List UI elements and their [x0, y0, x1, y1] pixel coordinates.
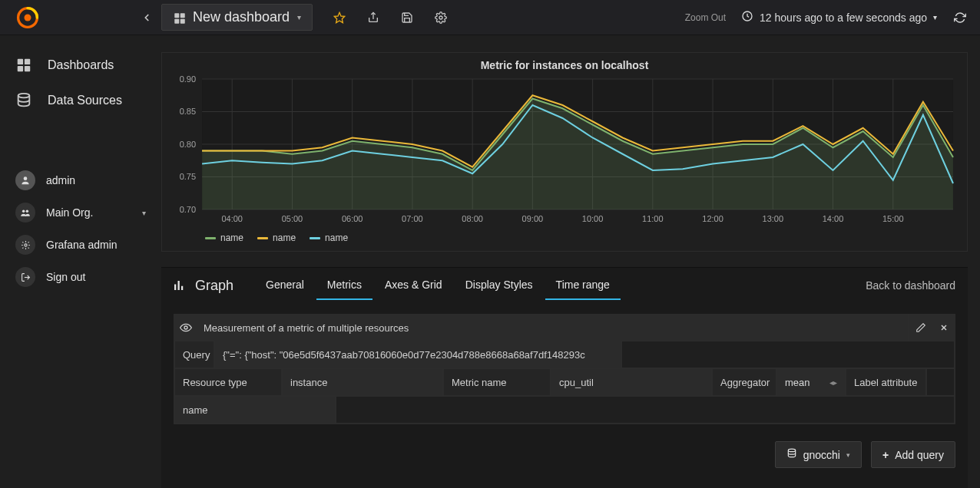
- sidebar-item-admin[interactable]: Grafana admin: [0, 229, 161, 261]
- svg-point-14: [18, 94, 30, 98]
- refresh-button[interactable]: [952, 10, 968, 25]
- resource-type-input[interactable]: [282, 368, 443, 396]
- grafana-logo[interactable]: [12, 2, 43, 33]
- chevron-down-icon: ▾: [142, 209, 146, 217]
- svg-point-15: [24, 176, 28, 180]
- settings-icon[interactable]: [434, 11, 448, 25]
- metric-name-label: Metric name: [443, 368, 551, 396]
- svg-text:0.75: 0.75: [180, 173, 196, 182]
- editor-tab-general[interactable]: General: [255, 271, 315, 300]
- query-field-label: Query: [174, 341, 214, 368]
- label-attribute-input[interactable]: [174, 396, 336, 424]
- svg-point-61: [788, 449, 795, 452]
- sidebar-item-label: admin: [46, 174, 75, 186]
- legend-item[interactable]: name: [257, 232, 296, 243]
- svg-text:13:00: 13:00: [763, 214, 784, 223]
- sidebar-item-user[interactable]: admin: [0, 164, 161, 196]
- editor-tab-metrics[interactable]: Metrics: [316, 271, 372, 300]
- dashboard-picker[interactable]: New dashboard ▾: [161, 4, 313, 31]
- save-icon[interactable]: [400, 11, 414, 25]
- chart[interactable]: 0.700.750.800.850.9004:0005:0006:0007:00…: [162, 74, 967, 228]
- panel-type-title: Graph: [195, 278, 233, 294]
- back-to-dashboard-link[interactable]: Back to dashboard: [866, 279, 955, 292]
- sidebar-item-signout[interactable]: Sign out: [0, 261, 161, 293]
- svg-rect-56: [178, 281, 180, 290]
- svg-text:11:00: 11:00: [642, 214, 664, 223]
- remove-query-button[interactable]: [932, 315, 955, 341]
- svg-text:15:00: 15:00: [882, 214, 904, 223]
- svg-text:04:00: 04:00: [221, 214, 243, 223]
- dashboard-icon: [15, 57, 32, 74]
- sidebar-item-org[interactable]: Main Org. ▾: [0, 196, 161, 229]
- edit-query-button[interactable]: [909, 315, 932, 341]
- star-icon[interactable]: [333, 11, 346, 25]
- users-icon: [15, 203, 35, 223]
- panel-editor: Graph GeneralMetricsAxes & GridDisplay S…: [161, 267, 968, 488]
- bar-chart-icon: [171, 279, 187, 292]
- svg-point-8: [439, 16, 442, 19]
- svg-rect-13: [25, 66, 30, 71]
- legend-swatch: [310, 237, 320, 239]
- svg-text:0.85: 0.85: [180, 107, 196, 117]
- metric-name-input[interactable]: [551, 368, 712, 396]
- database-icon: [15, 92, 32, 109]
- svg-point-17: [26, 210, 29, 213]
- sign-out-icon: [15, 267, 35, 287]
- share-icon[interactable]: [366, 11, 380, 25]
- sidebar: Dashboards Data Sources admin Main Org. …: [0, 35, 161, 488]
- svg-text:09:00: 09:00: [522, 214, 544, 223]
- label-attribute-label: Label attribute: [846, 368, 926, 396]
- dashboard-title: New dashboard: [193, 9, 290, 25]
- sidebar-item-label: Main Org.: [46, 206, 93, 219]
- zoom-out-button[interactable]: Zoom Out: [685, 12, 726, 23]
- editor-tab-display-styles[interactable]: Display Styles: [455, 271, 544, 300]
- graph-panel: Metric for instances on localhost 0.700.…: [161, 52, 968, 252]
- svg-text:07:00: 07:00: [402, 214, 423, 223]
- svg-point-1: [25, 14, 31, 21]
- timerange-label: 12 hours ago to a few seconds ago: [760, 12, 927, 24]
- legend-item[interactable]: name: [310, 232, 348, 243]
- svg-text:06:00: 06:00: [342, 214, 363, 223]
- gear-icon: [15, 235, 35, 255]
- sidebar-item-datasources[interactable]: Data Sources: [0, 83, 161, 118]
- back-button[interactable]: [135, 6, 158, 29]
- toggle-visibility-button[interactable]: [174, 315, 197, 341]
- chart-legend: namenamename: [162, 228, 967, 251]
- svg-rect-10: [18, 59, 23, 64]
- chevron-down-icon: ▾: [297, 13, 301, 21]
- svg-rect-5: [180, 18, 185, 23]
- svg-marker-6: [334, 12, 344, 22]
- svg-rect-11: [25, 59, 30, 64]
- add-query-button[interactable]: + Add query: [871, 441, 955, 468]
- svg-text:05:00: 05:00: [282, 214, 303, 223]
- svg-rect-4: [174, 18, 179, 23]
- panel-title[interactable]: Metric for instances on localhost: [162, 53, 967, 74]
- editor-tab-time-range[interactable]: Time range: [545, 271, 621, 300]
- legend-item[interactable]: name: [205, 232, 243, 243]
- chevron-down-icon: ▾: [846, 451, 850, 459]
- sidebar-item-dashboards[interactable]: Dashboards: [0, 48, 161, 83]
- aggregator-select[interactable]: mean◂▸: [776, 368, 846, 396]
- sidebar-item-label: Data Sources: [48, 94, 122, 107]
- legend-swatch: [205, 237, 216, 239]
- svg-point-58: [184, 326, 187, 329]
- dashboard-icon: [173, 12, 185, 24]
- query-field-input[interactable]: [214, 341, 621, 368]
- legend-label: name: [325, 232, 348, 243]
- user-avatar-icon: [15, 170, 35, 190]
- editor-tabs: GeneralMetricsAxes & GridDisplay StylesT…: [255, 271, 621, 300]
- svg-text:12:00: 12:00: [702, 214, 723, 223]
- svg-text:14:00: 14:00: [823, 214, 844, 223]
- timerange-picker[interactable]: 12 hours ago to a few seconds ago ▾: [741, 10, 937, 25]
- datasource-picker[interactable]: gnocchi ▾: [775, 441, 862, 468]
- legend-swatch: [257, 237, 268, 239]
- clock-icon: [741, 10, 753, 25]
- editor-tab-axes-grid[interactable]: Axes & Grid: [374, 271, 453, 300]
- svg-point-18: [24, 243, 26, 246]
- sidebar-item-label: Dashboards: [48, 58, 114, 72]
- query-block: Measurement of a metric of multiple reso…: [174, 314, 955, 424]
- legend-label: name: [220, 232, 243, 243]
- sidebar-item-label: Sign out: [46, 271, 85, 283]
- top-nav: New dashboard ▾ Zoom Out 12 hours ago to…: [0, 0, 980, 35]
- database-icon: [786, 448, 797, 461]
